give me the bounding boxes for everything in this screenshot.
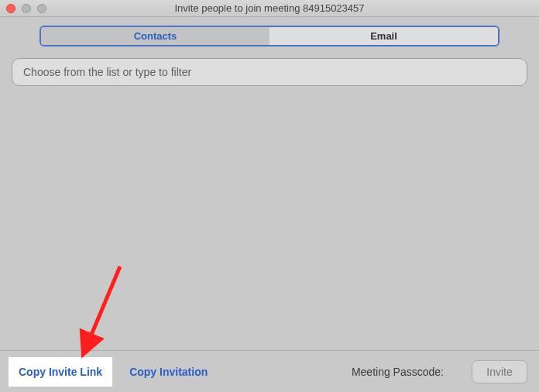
footer-bar: Copy Invite Link Copy Invitation Meeting…	[0, 350, 539, 392]
traffic-lights	[6, 4, 46, 13]
filter-input[interactable]	[12, 58, 527, 86]
tab-contacts[interactable]: Contacts	[41, 27, 270, 45]
window-title: Invite people to join meeting 8491502345…	[0, 2, 539, 14]
close-window-button[interactable]	[6, 4, 15, 13]
minimize-window-button[interactable]	[22, 4, 31, 13]
window-titlebar: Invite people to join meeting 8491502345…	[0, 0, 539, 17]
meeting-passcode-label: Meeting Passcode:	[352, 366, 444, 378]
copy-invitation-button[interactable]: Copy Invitation	[129, 366, 208, 378]
tab-email[interactable]: Email	[270, 27, 498, 45]
copy-invite-link-button[interactable]: Copy Invite Link	[9, 357, 112, 387]
zoom-window-button[interactable]	[37, 4, 46, 13]
invite-button[interactable]: Invite	[472, 360, 527, 383]
tab-switcher: Contacts Email	[39, 26, 500, 46]
content-area: Contacts Email	[0, 17, 539, 350]
